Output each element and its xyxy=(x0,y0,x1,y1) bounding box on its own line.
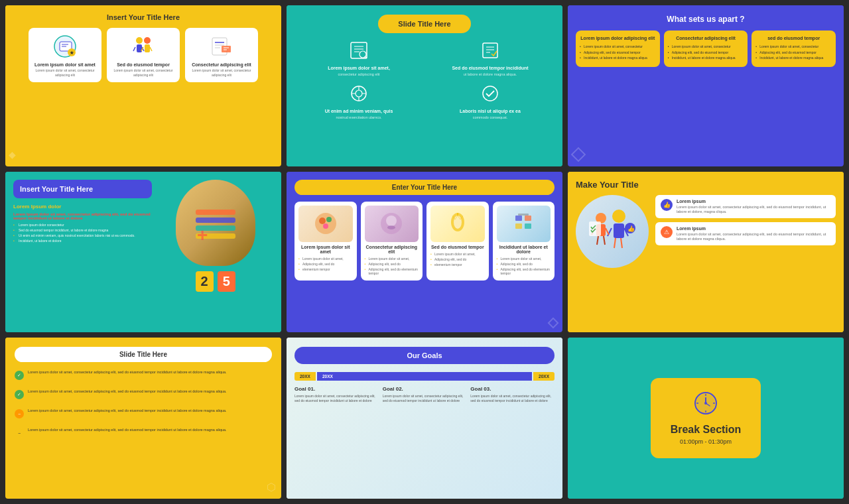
s5-c4-l3: Adipiscing elit, sed do elementum tempor xyxy=(497,267,551,275)
deco-cube-s7: ⬡ xyxy=(267,481,276,493)
slide-1-card-1-title: Lorem ipsum dolor sit amet xyxy=(33,62,98,67)
slide-7-item-1: ✓ Lorem ipsum dolor sit amet, consectetu… xyxy=(15,370,272,380)
svg-line-8 xyxy=(133,47,135,51)
svg-line-69 xyxy=(604,236,605,245)
svg-rect-53 xyxy=(515,216,522,221)
slide-1-card-3-title: Consectetur adipiscing elit xyxy=(189,62,254,67)
slide-1-card-3-icon xyxy=(205,33,238,60)
slide-5-card-4-img xyxy=(497,206,551,242)
svg-point-49 xyxy=(387,225,395,229)
deco-diamond-s3b xyxy=(571,147,586,162)
svg-text:👍: 👍 xyxy=(627,225,635,233)
s5-c1-l1: Lorem ipsum dolor sit amet, xyxy=(298,257,353,261)
slide-4-num-5: 5 xyxy=(218,271,235,292)
slide-6-feature-2: ⚠ Lorem ipsum Lorem ipsum dolor sit amet… xyxy=(655,222,836,245)
slide-9: ★ ★ ★ ★ ? ★ ? Break Section xyxy=(568,338,844,499)
slide-2-icon-1 xyxy=(296,41,421,63)
s5-c3-l3: elementum tempor xyxy=(430,263,485,267)
slide-2-item-1-text: consectetur adipiscing elit xyxy=(296,72,421,78)
slide-4-bullets: Lorem ipsum dolor consectetur Sed do eiu… xyxy=(13,223,152,243)
slide-5-card-2-title: Consectetur adipiscing elit xyxy=(365,245,419,254)
svg-rect-7 xyxy=(137,44,142,52)
slide-5-card-4-list: Lorem ipsum dolor sit amet, Adipiscing e… xyxy=(497,257,551,275)
slide-3-card-3-list: Lorem ipsum dolor sit amet, consectetur … xyxy=(755,44,832,60)
slide-2-item-2: Sed do eiusmod tempor incididunt ut labo… xyxy=(428,41,553,78)
slide-2-item-2-title: Sed do eiusmod tempor incididunt xyxy=(428,66,553,70)
slide-3-c2-li3: Incididunt, ut labore et dolore magna al… xyxy=(668,56,744,60)
slide-2-grid: Lorem ipsum dolor sit amet, consectetur … xyxy=(296,41,553,120)
slide-3-card-3: sed do eiusmod tempor Lorem ipsum dolor … xyxy=(751,31,836,67)
slide-1-card-2-text: Lorem ipsum dolor sit amet, consectetur … xyxy=(111,68,176,77)
slide-7: ⬡ Slide Title Here ✓ Lorem ipsum dolor s… xyxy=(5,338,281,499)
slide-8-goal-1-title: Goal 01. xyxy=(294,386,379,392)
svg-point-77 xyxy=(704,402,707,405)
slide-6-feature-2-title: Lorem ipsum xyxy=(677,226,830,231)
slide-4-num-2: 2 xyxy=(196,271,214,292)
slide-8-goals: Goal 01. Lorem ipsum dolor sit amet, con… xyxy=(294,386,555,403)
slide-6: ⬡ Make Your Title xyxy=(568,172,844,333)
slide-7-text-1: Lorem ipsum dolor sit amet, consectetur … xyxy=(28,370,227,375)
slide-9-center-box: Break Section 01:00pm - 01:30pm xyxy=(651,378,761,458)
slide-3-c1-li3: Incididunt, ut labore et dolore magna al… xyxy=(580,56,656,60)
slide-4-right: + 2 5 xyxy=(157,180,273,325)
slide-5-card-4: Incididunt ut labore et dolore Lorem ips… xyxy=(493,202,555,281)
svg-rect-56 xyxy=(525,223,531,229)
slide-2-icon-2 xyxy=(428,41,553,63)
slide-4-photo: + xyxy=(176,180,255,266)
svg-rect-18 xyxy=(222,46,231,52)
slide-4-left: Insert Your Title Here Lorem Ipsum dolor… xyxy=(13,180,152,325)
slide-1-card-1: ★ Lorem ipsum dolor sit amet Lorem ipsum… xyxy=(29,28,101,82)
slide-6-content: 👍 👍 Lorem ipsum Lorem ipsum dolor sit am… xyxy=(576,195,836,268)
slide-2: Slide Title Here Lorem ipsum dolor sit a… xyxy=(287,5,562,166)
slide-3-title: What sets us apart ? xyxy=(576,15,836,24)
slide-8-goal-3-title: Goal 03. xyxy=(470,386,555,392)
slide-3-c3-li3: Incididunt, ut labore et dolore magna al… xyxy=(755,56,832,60)
slide-2-title: Slide Title Here xyxy=(378,15,470,33)
deco-diamond-s5b xyxy=(548,318,559,329)
slide-1-title-area: Insert Your Title Here xyxy=(5,5,281,25)
slide-2-item-1-title: Lorem ipsum dolor sit amet, xyxy=(296,66,421,70)
slide-6-feature-1: 👍 Lorem ipsum Lorem ipsum dolor sit amet… xyxy=(655,195,836,218)
s5-c1-l2: Adipiscing elit, sed do xyxy=(298,262,353,266)
svg-point-6 xyxy=(136,37,143,44)
slide-6-feature-2-text: Lorem ipsum dolor sit amet, consectetur … xyxy=(677,232,830,241)
slide-2-item-2-text: ut labore et dolore magna aliqua. xyxy=(428,72,553,78)
slide-5-card-2-img xyxy=(365,206,419,242)
slide-4-title-box: Insert Your Title Here xyxy=(13,180,152,198)
slide-3-c3-li2: Adipiscing elit, sed do eiusmod tempor xyxy=(755,50,832,55)
slide-1-card-2-icon xyxy=(127,33,160,60)
slide-3-cards: Lorem ipsum dolor adipiscing elit Lorem … xyxy=(576,31,836,67)
slide-8-title: Our Goals xyxy=(294,347,555,364)
slide-5-card-1-list: Lorem ipsum dolor sit amet, Adipiscing e… xyxy=(298,257,353,271)
slide-6-feature-1-icon: 👍 xyxy=(661,199,673,211)
slide-2-item-4-text: commodo consequat. xyxy=(428,115,553,121)
slide-5-card-1: Lorem ipsum dolor sit amet Lorem ipsum d… xyxy=(294,202,357,281)
svg-rect-54 xyxy=(525,216,531,221)
slide-8-year-1: 20XX xyxy=(294,372,316,381)
slide-6-photo: 👍 xyxy=(576,195,649,268)
slide-3-inner: What sets us apart ? Lorem ipsum dolor a… xyxy=(568,5,844,76)
svg-line-68 xyxy=(597,236,598,245)
slide-3-c3-li1: Lorem ipsum dolor sit amet, consectetur xyxy=(755,44,832,49)
slide-7-icon-2: ✓ xyxy=(15,390,24,399)
slide-5-card-3-list: Lorem ipsum dolor sit amet, Adipiscing e… xyxy=(430,252,485,267)
slide-7-text-4: Lorem ipsum dolor sit amet, consectetur … xyxy=(28,428,227,433)
slide-1-card-3: Consectetur adipiscing elit Lorem ipsum … xyxy=(185,28,258,82)
slide-3-card-1: Lorem ipsum dolor adipiscing elit Lorem … xyxy=(576,31,660,67)
slide-6-feature-2-content: Lorem ipsum Lorem ipsum dolor sit amet, … xyxy=(677,226,830,241)
svg-point-37 xyxy=(483,86,497,101)
slide-5-card-1-img xyxy=(298,206,353,242)
s5-c1-l3: elementum tempor xyxy=(298,267,353,271)
slide-5-cards: Lorem ipsum dolor sit amet Lorem ipsum d… xyxy=(294,202,555,281)
slide-2-item-3: Ut enim ad minim veniam, quis nostrud ex… xyxy=(296,84,421,121)
slide-5-card-4-title: Incididunt ut labore et dolore xyxy=(497,245,551,254)
slide-8-year-3: 20XX xyxy=(533,372,555,381)
slide-1-card-3-text: Lorem ipsum dolor sit amet, consectetur … xyxy=(189,68,254,77)
slide-3-c1-li2: Adipiscing elit, sed do eiusmod tempor xyxy=(580,50,656,55)
svg-point-51 xyxy=(454,216,462,229)
slide-8: Our Goals 20XX 20XX 20XX Goal 01. Lorem … xyxy=(287,338,562,499)
s5-c4-l2: Adipiscing elit, sed do xyxy=(497,262,551,266)
slide-8-inner: Our Goals 20XX 20XX 20XX Goal 01. Lorem … xyxy=(287,338,562,499)
slide-4-num-badges: 2 5 xyxy=(196,271,235,292)
svg-rect-21 xyxy=(351,42,367,58)
